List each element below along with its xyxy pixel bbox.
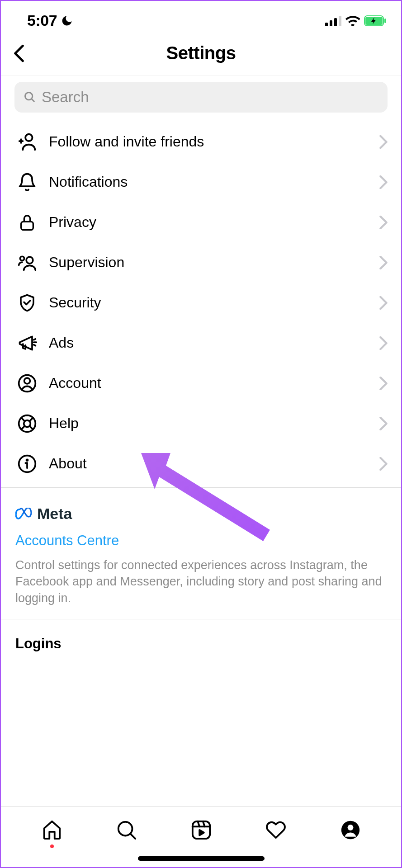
svg-line-22 <box>21 418 24 421</box>
settings-menu: Follow and invite friends Notifications … <box>1 118 401 484</box>
accounts-centre-link[interactable]: Accounts Centre <box>15 533 387 549</box>
svg-rect-6 <box>384 19 386 23</box>
menu-label: Ads <box>49 335 379 351</box>
chevron-right-icon <box>379 377 388 390</box>
profile-icon <box>341 820 360 840</box>
search-icon <box>116 820 137 840</box>
chevron-right-icon <box>379 135 388 149</box>
page-title: Settings <box>10 43 392 63</box>
nav-reels[interactable] <box>188 816 215 844</box>
meta-description: Control settings for connected experienc… <box>15 557 387 606</box>
notification-dot <box>50 844 54 848</box>
menu-label: Follow and invite friends <box>49 133 379 150</box>
menu-item-security[interactable]: Security <box>1 283 401 323</box>
shield-check-icon <box>16 292 38 314</box>
menu-label: Help <box>49 415 379 432</box>
add-user-icon <box>16 131 38 153</box>
svg-point-14 <box>20 256 24 260</box>
menu-item-follow-invite[interactable]: Follow and invite friends <box>1 122 401 162</box>
home-indicator[interactable] <box>138 856 265 861</box>
search-box[interactable] <box>14 82 388 113</box>
meta-infinity-icon <box>15 508 33 520</box>
status-time: 5:07 <box>27 12 57 29</box>
menu-item-ads[interactable]: Ads <box>1 323 401 363</box>
status-left: 5:07 <box>27 12 73 29</box>
svg-line-15 <box>34 339 36 340</box>
wifi-icon <box>345 15 360 26</box>
svg-line-23 <box>30 418 33 421</box>
status-bar: 5:07 <box>1 1 401 35</box>
heart-icon <box>265 820 287 840</box>
menu-item-about[interactable]: About <box>1 443 401 484</box>
chevron-right-icon <box>379 417 388 430</box>
help-ring-icon <box>16 413 38 434</box>
chevron-right-icon <box>379 336 388 350</box>
menu-item-notifications[interactable]: Notifications <box>1 162 401 202</box>
home-icon <box>42 820 62 840</box>
meta-section: Meta Accounts Centre Control settings fo… <box>1 488 401 619</box>
menu-item-supervision[interactable]: Supervision <box>1 242 401 283</box>
svg-rect-12 <box>21 222 33 230</box>
menu-label: Privacy <box>49 214 379 231</box>
megaphone-icon <box>16 332 38 354</box>
menu-item-help[interactable]: Help <box>1 403 401 443</box>
nav-profile[interactable] <box>337 816 364 844</box>
svg-point-13 <box>26 257 33 264</box>
chevron-right-icon <box>379 175 388 189</box>
nav-activity[interactable] <box>262 816 289 844</box>
menu-item-account[interactable]: Account <box>1 363 401 403</box>
bell-icon <box>16 171 38 193</box>
back-button[interactable] <box>9 43 29 63</box>
cellular-signal-icon <box>325 15 341 26</box>
lock-icon <box>16 212 38 233</box>
svg-line-25 <box>30 426 33 429</box>
svg-line-31 <box>130 834 135 839</box>
svg-rect-3 <box>339 16 341 26</box>
svg-rect-1 <box>330 20 332 26</box>
menu-item-privacy[interactable]: Privacy <box>1 202 401 242</box>
search-input[interactable] <box>42 89 378 106</box>
svg-point-37 <box>347 825 353 830</box>
logins-section: Logins <box>1 619 401 661</box>
menu-label: About <box>49 455 379 472</box>
chevron-left-icon <box>13 44 25 62</box>
svg-rect-2 <box>334 18 337 26</box>
reels-icon <box>191 820 212 840</box>
svg-point-9 <box>25 134 32 141</box>
svg-line-17 <box>34 344 36 345</box>
menu-label: Supervision <box>49 254 379 271</box>
svg-rect-32 <box>192 821 209 839</box>
chevron-right-icon <box>379 256 388 269</box>
menu-label: Notifications <box>49 174 379 190</box>
svg-line-8 <box>32 99 34 102</box>
header: Settings <box>1 35 401 75</box>
status-right <box>325 15 387 26</box>
svg-point-27 <box>27 459 28 461</box>
people-icon <box>16 252 38 274</box>
svg-line-24 <box>21 426 24 429</box>
svg-rect-0 <box>325 23 328 26</box>
chevron-right-icon <box>379 216 388 229</box>
chevron-right-icon <box>379 457 388 471</box>
meta-logo: Meta <box>15 505 387 523</box>
battery-charging-icon <box>364 15 387 26</box>
meta-brand-text: Meta <box>37 505 72 523</box>
menu-label: Security <box>49 294 379 311</box>
search-container <box>1 75 401 118</box>
user-circle-icon <box>16 373 38 394</box>
svg-point-19 <box>24 378 30 384</box>
search-icon <box>24 91 36 104</box>
nav-home[interactable] <box>38 816 66 844</box>
info-icon <box>16 453 38 475</box>
chevron-right-icon <box>379 296 388 310</box>
nav-search[interactable] <box>113 816 140 844</box>
logins-title: Logins <box>15 636 387 652</box>
do-not-disturb-icon <box>61 14 73 27</box>
menu-label: Account <box>49 375 379 392</box>
